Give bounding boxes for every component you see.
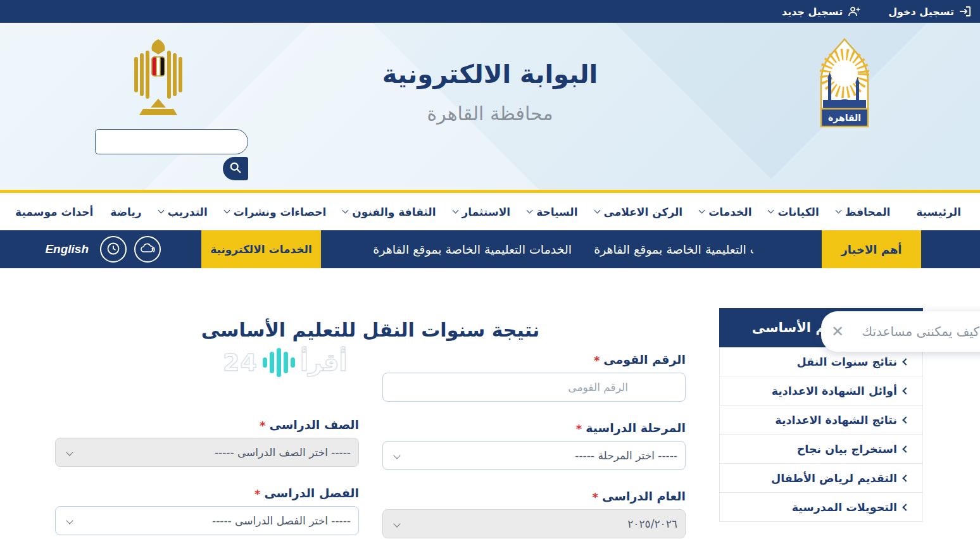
nav-item-seasonal-events[interactable]: أحداث موسمية bbox=[15, 206, 93, 218]
chevron-left-icon bbox=[902, 416, 909, 423]
chevron-down-icon bbox=[768, 208, 774, 214]
main-content: نتيجة سنوات النقل للتعليم الأساسى 24 أقر… bbox=[0, 268, 980, 539]
chevron-down-icon bbox=[699, 208, 705, 214]
chevron-down-icon bbox=[527, 208, 533, 214]
required-asterisk: * bbox=[576, 422, 582, 435]
news-ticker[interactable]: الخدمات التعليمية الخاصة بموقع القاهرة ا… bbox=[321, 230, 753, 268]
top-bar: تسجيل دخول تسجيل جديد bbox=[0, 0, 980, 23]
year-label: العام الدراسى * bbox=[382, 488, 686, 504]
news-ticker-track: الخدمات التعليمية الخاصة بموقع القاهرة ا… bbox=[373, 242, 753, 256]
clock-icon bbox=[106, 242, 120, 257]
sidebar-item-prep-certificate-results[interactable]: نتائج الشهادة الاعدادية bbox=[719, 406, 923, 435]
required-asterisk: * bbox=[594, 354, 600, 367]
e-services-tab[interactable]: الخدمات الالكترونية bbox=[201, 230, 321, 268]
nav-item-governor[interactable]: المحافظ bbox=[836, 206, 891, 218]
nav-item-statistics[interactable]: احصاءات ونشرات bbox=[225, 206, 326, 218]
semester-select[interactable]: ----- اختر الفصل الدراسى ----- bbox=[55, 506, 359, 535]
login-label: تسجيل دخول bbox=[888, 6, 954, 18]
grade-select[interactable]: ----- اختر الصف الدراسى ----- bbox=[55, 438, 359, 467]
grade-group: الصف الدراسى * ----- اختر الصف الدراسى -… bbox=[55, 416, 359, 467]
cloud-audio-icon bbox=[140, 242, 155, 257]
chat-assistant-tooltip[interactable]: كيف يمكننى مساعدتك ✕ bbox=[821, 311, 980, 352]
watermark-number: 24 bbox=[223, 349, 258, 376]
chevron-down-icon bbox=[66, 517, 73, 524]
national-id-group: الرقم القومى * bbox=[382, 351, 686, 402]
search-icon bbox=[229, 161, 242, 176]
newsbar-tools: English bbox=[0, 230, 201, 268]
national-id-input[interactable] bbox=[382, 373, 686, 402]
form-column-left: الصف الدراسى * ----- اختر الصف الدراسى -… bbox=[55, 416, 359, 539]
year-group: العام الدراسى * ٢٠٢٥/٢٠٢٦ bbox=[382, 488, 686, 538]
portal-title: البوابة الالكترونية bbox=[268, 59, 712, 89]
top-news-label[interactable]: أهم الاخبار bbox=[822, 230, 921, 268]
register-label: تسجيل جديد bbox=[782, 6, 843, 18]
nav-item-investment[interactable]: الاستثمار bbox=[453, 206, 511, 218]
chevron-down-icon bbox=[342, 208, 349, 214]
equalizer-icon bbox=[263, 348, 295, 377]
chevron-down-icon bbox=[223, 208, 230, 214]
login-link[interactable]: تسجيل دخول bbox=[888, 6, 971, 18]
iqraa24-watermark: 24 أقرأ bbox=[223, 348, 347, 377]
sign-in-icon bbox=[959, 6, 971, 16]
cairo-governorate-logo: القاهرة bbox=[815, 37, 874, 139]
sidebar-item-success-statement[interactable]: استخراج بيان نجاح bbox=[719, 435, 923, 464]
portal-subtitle: محافظة القاهرة bbox=[268, 102, 712, 125]
watermark-word: أقرأ bbox=[300, 349, 348, 376]
sidebar-item-prep-certificate-top[interactable]: أوائل الشهادة الاعدادية bbox=[719, 376, 923, 406]
chevron-left-icon bbox=[902, 387, 909, 394]
required-asterisk: * bbox=[260, 419, 265, 432]
nav-item-home[interactable]: الرئيسية bbox=[916, 206, 961, 218]
chevron-left-icon bbox=[902, 504, 909, 511]
ticker-item: الخدمات التعليمية الخاصة بموقع القاهرة bbox=[373, 242, 572, 256]
cloud-audio-button[interactable] bbox=[134, 236, 161, 263]
search-input[interactable] bbox=[95, 129, 248, 154]
year-select[interactable]: ٢٠٢٥/٢٠٢٦ bbox=[382, 509, 686, 538]
chevron-down-icon bbox=[835, 208, 841, 214]
search-button[interactable] bbox=[223, 157, 248, 180]
main-navigation: الرئيسية المحافظ الكيانات الخدمات الركن … bbox=[0, 193, 980, 230]
nav-item-training[interactable]: التدريب bbox=[159, 206, 208, 218]
egypt-eagle-emblem bbox=[127, 38, 190, 124]
portal-title-block: البوابة الالكترونية محافظة القاهرة bbox=[268, 59, 712, 125]
clock-button[interactable] bbox=[100, 236, 127, 263]
semester-group: الفصل الدراسى * ----- اختر الفصل الدراسى… bbox=[55, 485, 359, 535]
national-id-label: الرقم القومى * bbox=[382, 351, 686, 367]
chevron-down-icon bbox=[66, 449, 73, 455]
language-switch[interactable]: English bbox=[45, 242, 89, 256]
chevron-left-icon bbox=[902, 445, 909, 452]
site-search bbox=[95, 129, 248, 180]
required-asterisk: * bbox=[254, 487, 260, 500]
required-asterisk: * bbox=[593, 490, 598, 504]
form-column-right: الرقم القومى * المرحلة الدراسية * ----- … bbox=[382, 351, 686, 539]
chat-tooltip-text: كيف يمكننى مساعدتك bbox=[862, 324, 979, 339]
nav-item-services[interactable]: الخدمات bbox=[700, 206, 751, 218]
semester-label: الفصل الدراسى * bbox=[55, 485, 359, 500]
page-title: نتيجة سنوات النقل للتعليم الأساسى bbox=[55, 319, 686, 341]
sidebar-item-kindergarten-apply[interactable]: التقديم لرياض الأطفال bbox=[719, 464, 923, 493]
nav-item-culture-arts[interactable]: الثقافة والفنون bbox=[343, 206, 436, 218]
register-link[interactable]: تسجيل جديد bbox=[782, 6, 860, 18]
news-bar: أهم الاخبار الخدمات التعليمية الخاصة بمو… bbox=[0, 230, 980, 268]
close-icon[interactable]: ✕ bbox=[831, 324, 844, 339]
chevron-left-icon bbox=[902, 474, 909, 481]
chevron-down-icon bbox=[393, 520, 400, 527]
user-plus-icon bbox=[848, 6, 860, 16]
nav-item-entities[interactable]: الكيانات bbox=[769, 206, 819, 218]
header-hero: القاهرة البوابة الالكترونية محافظة القاه… bbox=[0, 23, 980, 190]
stage-select[interactable]: ----- اختر المرحلة ----- bbox=[382, 441, 686, 470]
chevron-left-icon bbox=[902, 358, 909, 365]
grade-label: الصف الدراسى * bbox=[55, 416, 359, 432]
ticker-item: الخدمات التعليمية الخاصة بموقع القاهرة bbox=[594, 242, 753, 256]
chevron-down-icon bbox=[393, 452, 400, 459]
chevron-down-icon bbox=[594, 208, 600, 214]
nav-item-sports[interactable]: رياضة bbox=[110, 206, 141, 218]
nav-item-media[interactable]: الركن الاعلامى bbox=[595, 206, 683, 218]
chevron-down-icon bbox=[158, 208, 164, 214]
cairo-logo-text: القاهرة bbox=[828, 113, 861, 123]
chevron-down-icon bbox=[452, 208, 458, 214]
stage-label: المرحلة الدراسية * bbox=[382, 419, 686, 435]
stage-group: المرحلة الدراسية * ----- اختر المرحلة --… bbox=[382, 419, 686, 470]
nav-item-tourism[interactable]: السياحة bbox=[527, 206, 577, 218]
sidebar-item-school-transfers[interactable]: التحويلات المدرسية bbox=[719, 493, 923, 522]
